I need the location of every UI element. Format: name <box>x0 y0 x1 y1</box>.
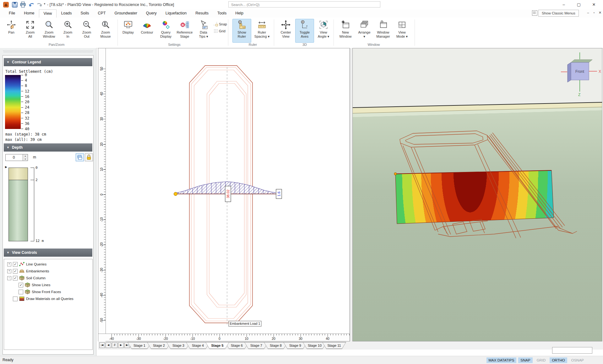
quick-access-dropdown-icon[interactable]: ▼ <box>43 3 46 5</box>
menu-tab[interactable]: Help <box>231 9 248 18</box>
child-restore-icon[interactable]: ▫ <box>591 10 597 15</box>
depth-header[interactable]: ▼ Depth <box>4 143 92 152</box>
window-manager-button[interactable]: Window Manager <box>374 19 393 43</box>
snap-toggle[interactable]: Snap <box>214 21 234 27</box>
grid-toggle[interactable]: Grid <box>214 28 234 34</box>
settle3-application-window: ▼ - [T8.s3z* - Plan/3D View - Registered… <box>0 0 603 364</box>
child-close-icon[interactable]: ✕ <box>597 10 603 15</box>
menu-tab[interactable]: Home <box>19 9 39 18</box>
depth-marker-icon[interactable]: ▶ <box>5 165 7 169</box>
next-stage-button[interactable]: ▶ <box>118 342 124 348</box>
close-button[interactable]: ✕ <box>587 0 601 9</box>
status-toggle[interactable]: GRID <box>535 357 548 363</box>
depth-value[interactable]: 0 <box>6 154 22 161</box>
checkbox[interactable]: ✓ <box>13 276 18 281</box>
menu-tab[interactable]: Loads <box>57 9 76 18</box>
print-icon[interactable] <box>19 1 26 8</box>
zoom-in-button[interactable]: Zoom In <box>58 19 77 43</box>
query-display-button[interactable]: Query Display <box>156 19 175 43</box>
legend-color-scale <box>5 75 21 129</box>
stage-tab[interactable]: Stage 11 <box>322 342 346 349</box>
reference-stage-button[interactable]: R123 Reference Stage <box>175 19 194 43</box>
zoom-mouse-button[interactable]: Zoom Mouse <box>96 19 115 43</box>
status-toggle[interactable]: ORTHO <box>550 357 567 363</box>
zoom-out-button[interactable]: Zoom Out <box>77 19 96 43</box>
status-toggle[interactable]: SNAP <box>518 357 532 363</box>
first-stage-button[interactable]: |◀ <box>99 342 105 348</box>
expand-icon[interactable]: + <box>7 269 11 273</box>
spin-down-icon[interactable]: ▼ <box>23 158 28 161</box>
depth-layers-button[interactable] <box>76 153 84 161</box>
collapse-expand-icon[interactable]: − <box>7 276 11 280</box>
soil-layer-2 <box>9 180 28 241</box>
stage-tab[interactable]: Stage 5 <box>205 342 229 349</box>
query-point[interactable] <box>174 192 177 196</box>
menu-tab[interactable]: Results <box>191 9 213 18</box>
tree-item-embankments[interactable]: + ✓ Embankments <box>7 268 49 274</box>
depth-lock-button[interactable] <box>85 153 93 161</box>
coordinate-box[interactable] <box>552 347 592 354</box>
minimize-button[interactable]: – <box>557 0 571 9</box>
maximize-button[interactable]: ▢ <box>572 0 586 9</box>
save-icon[interactable] <box>11 1 18 8</box>
menu-tab[interactable]: Query <box>142 9 161 18</box>
arrange-button[interactable]: Arrange ▾ <box>355 19 374 43</box>
checkbox[interactable] <box>19 290 23 294</box>
center-view-button[interactable]: Center View <box>276 19 295 43</box>
data-tips-button[interactable]: Data Tips ▾ <box>194 19 213 43</box>
contour-button[interactable]: Contour <box>138 19 156 43</box>
menu-tab[interactable]: Soils <box>76 9 93 18</box>
view-mode-button[interactable]: View Mode ▾ <box>393 19 411 43</box>
depth-input[interactable]: 0 ▲▼ <box>5 154 28 161</box>
view-3d-pane[interactable]: Front X Z <box>352 48 602 341</box>
view-angle-button[interactable]: View Angle ▾ <box>314 19 333 43</box>
show-ruler-button[interactable]: Show Ruler <box>232 19 251 43</box>
zoom-all-button[interactable]: Zoom All <box>21 19 40 43</box>
view-controls-header[interactable]: ▼ View Controls <box>4 249 92 257</box>
display-button[interactable]: Display <box>119 19 138 43</box>
undo-icon[interactable] <box>28 1 35 8</box>
new-window-button[interactable]: New Window <box>336 19 355 43</box>
pan-button[interactable]: Pan <box>2 19 21 43</box>
status-toggle[interactable]: OSNAP <box>569 357 586 363</box>
stage-list-button[interactable]: # <box>112 342 117 348</box>
window-manager-icon <box>378 20 388 29</box>
tree-item-draw-materials[interactable]: Draw Materials on all Queries <box>13 296 73 302</box>
menu-tab[interactable]: File <box>4 9 19 18</box>
status-toggle[interactable]: MAX DATATIPS <box>486 357 517 363</box>
sidebar-grip[interactable] <box>3 50 93 53</box>
plan-view-pane[interactable]: 38.02 1.6 Embankment Load 1 50403020100-… <box>98 48 350 341</box>
toggle-axes-button[interactable]: x Toggle Axes <box>295 19 314 43</box>
tree-item-soil-column[interactable]: − ✓ Soil Column <box>7 275 46 281</box>
search-input[interactable]: Search... (Ctrl+Q) <box>228 1 380 8</box>
menu-tab[interactable]: Tools <box>213 9 231 18</box>
ruler-spacing-button[interactable]: Ruler Spacing ▾ <box>253 19 271 43</box>
pane-splitter[interactable] <box>350 48 352 341</box>
expand-icon[interactable]: + <box>7 262 11 266</box>
contour-plane[interactable] <box>394 170 554 224</box>
tree-item-show-front-faces[interactable]: Show Front Faces <box>19 289 61 295</box>
child-minimize-icon[interactable]: – <box>585 10 591 15</box>
menu-tab[interactable]: CPT <box>94 9 110 18</box>
menu-tab[interactable]: View <box>39 9 57 18</box>
menu-tab[interactable]: Liquefaction <box>161 9 191 18</box>
menu-tab[interactable]: Groundwater <box>110 9 142 18</box>
checkbox[interactable]: ✓ <box>19 283 23 287</box>
checkbox[interactable]: ✓ <box>13 269 18 274</box>
sidebar: ▼ Contour Legend Total Settlement (cm) 0… <box>0 48 96 356</box>
tree-item-show-lines[interactable]: ✓ Show Lines <box>19 282 50 288</box>
checkbox[interactable]: ✓ <box>13 262 18 267</box>
tree-item-line-queries[interactable]: + ✓ Line Queries <box>7 261 46 267</box>
checkbox[interactable] <box>13 297 18 301</box>
soil-layer-1 <box>9 168 28 180</box>
classic-menu-icon[interactable] <box>532 10 537 16</box>
embankment-outline[interactable] <box>189 66 253 323</box>
depth-spinner[interactable]: ▲▼ <box>23 154 28 161</box>
zoom-window-button[interactable]: Zoom Window <box>40 19 58 43</box>
contour-legend-header[interactable]: ▼ Contour Legend <box>4 58 92 66</box>
prev-stage-button[interactable]: ◀ <box>106 342 111 348</box>
show-classic-menus-button[interactable]: Show Classic Menus <box>538 10 579 17</box>
redo-icon[interactable] <box>36 1 43 8</box>
materials-icon <box>19 296 24 301</box>
spin-up-icon[interactable]: ▲ <box>23 154 28 158</box>
